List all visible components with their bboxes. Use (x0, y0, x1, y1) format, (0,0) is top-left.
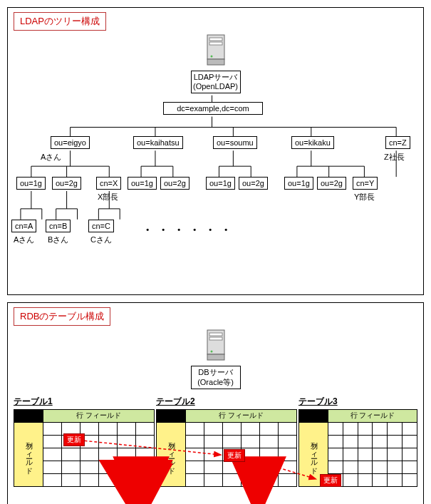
table-block-3: テーブル3 行 フィールド 列 フィールド (298, 396, 417, 487)
node-kaihatsu-1g: ou=1g (128, 177, 157, 190)
node-soumu-1g: ou=1g (206, 177, 235, 190)
node-ou-kikaku: ou=kikaku (291, 136, 334, 149)
update-badge-3: 更新 (320, 474, 341, 487)
node-kikaku-1g: ou=1g (284, 177, 313, 190)
table3-col-field: 列 フィールド (310, 437, 317, 470)
ann-asan-leaf: Aさん (14, 235, 34, 245)
server-icon (203, 34, 229, 69)
table3-sheet: 行 フィールド 列 フィールド (298, 409, 417, 487)
tree-lines (14, 95, 417, 287)
ldap-server-label: LDAPサーバ (OpenLDAP) (191, 71, 241, 93)
table2-row-field: 行 フィールド (186, 409, 297, 422)
node-cn-c: cn=C (88, 220, 114, 232)
node-root: dc=example,dc=com (163, 102, 263, 115)
svg-point-4 (210, 56, 212, 58)
ann-ybutyo: Y部長 (354, 192, 375, 202)
table3-title: テーブル3 (298, 396, 417, 408)
db-server-label: DBサーバ (Oracle等) (191, 366, 241, 389)
table1-sheet: 行 フィールド 列 フィールド (14, 409, 155, 487)
node-ou-eigyo: ou=eigyo (51, 136, 90, 149)
table2-sheet: 行 フィールド 列 フィールド (156, 409, 297, 487)
rdb-panel-title: RDBのテーブル構成 (14, 307, 110, 326)
ann-zshacho: Z社長 (384, 152, 405, 163)
ldap-tree: dc=example,dc=com ou=eigyo ou=kaihatsu o… (14, 95, 417, 287)
dots: ・・・・・・ (142, 223, 236, 238)
update-badge-1: 更新 (63, 433, 85, 446)
svg-rect-47 (209, 337, 222, 340)
node-cn-y: cn=Y (353, 177, 378, 190)
server-icon (203, 329, 229, 364)
node-cn-a: cn=A (11, 220, 36, 232)
table1-row-field: 行 フィールド (43, 409, 155, 422)
svg-rect-3 (209, 42, 222, 45)
ann-csan: Cさん (90, 235, 112, 245)
update-badge-2: 更新 (224, 449, 245, 462)
ldap-server-line2: (OpenLDAP) (193, 82, 238, 91)
ann-bsan: Bさん (48, 235, 68, 245)
svg-point-48 (210, 351, 212, 353)
db-server: DBサーバ (Oracle等) (191, 329, 241, 389)
ann-asan-top: Aさん (41, 152, 61, 163)
db-server-line1: DBサーバ (198, 368, 232, 376)
ldap-panel-title: LDAPのツリー構成 (14, 12, 106, 31)
node-kikaku-2g: ou=2g (317, 177, 346, 190)
table2-title: テーブル2 (156, 396, 297, 408)
node-eigyo-2g: ou=2g (52, 177, 81, 190)
ldap-server-line1: LDAPサーバ (194, 73, 238, 81)
node-soumu-2g: ou=2g (239, 177, 268, 190)
node-cn-b: cn=B (46, 220, 71, 232)
table3-row-field: 行 フィールド (328, 409, 417, 422)
svg-rect-46 (209, 333, 222, 336)
ldap-server: LDAPサーバ (OpenLDAP) (191, 34, 241, 93)
table-block-2: テーブル2 行 フィールド 列 フィールド (156, 396, 297, 487)
table1-title: テーブル1 (14, 396, 155, 408)
table2-col-field: 列 フィールド (167, 437, 175, 470)
node-ou-kaihatsu: ou=kaihatsu (133, 136, 183, 149)
rdb-area: テーブル1 行 フィールド 列 フィールド テーブル2 行 フィールド 列 フィ… (14, 392, 417, 504)
db-server-line2: (Oracle等) (197, 378, 234, 386)
svg-rect-1 (207, 59, 224, 65)
svg-rect-45 (207, 354, 224, 360)
ldap-panel: LDAPのツリー構成 LDAPサーバ (OpenLDAP) (7, 7, 424, 295)
table1-col-field: 列 フィールド (25, 437, 32, 470)
rdb-panel: RDBのテーブル構成 DBサーバ (Oracle等) テーブル1 行 フィールド… (7, 302, 424, 504)
node-cn-x: cn=X (96, 177, 121, 190)
node-cn-z: cn=Z (385, 136, 410, 149)
node-eigyo-1g: ou=1g (16, 177, 46, 190)
node-ou-soumu: ou=soumu (213, 136, 257, 149)
svg-rect-2 (209, 38, 222, 41)
ann-xbutyo: X部長 (98, 192, 118, 202)
node-kaihatsu-2g: ou=2g (160, 177, 189, 190)
